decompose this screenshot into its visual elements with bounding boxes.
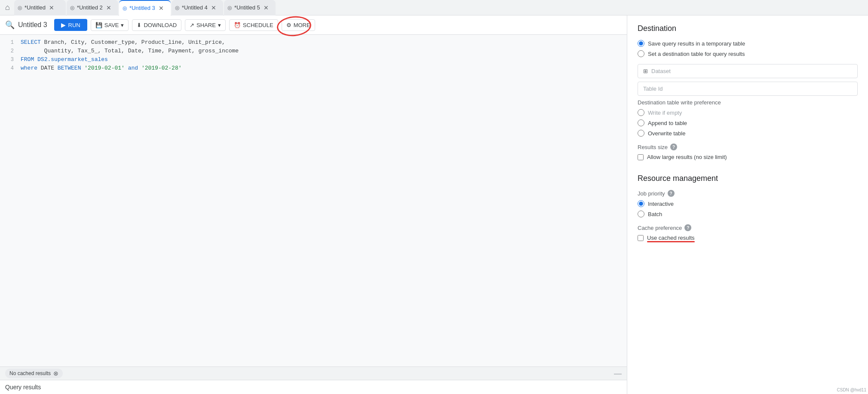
radio-overwrite[interactable]: Overwrite table <box>638 130 858 137</box>
radio-overwrite-input[interactable] <box>638 130 644 137</box>
more-button[interactable]: ⚙ MORE <box>282 19 315 31</box>
cache-pref-label: Cache preference <box>638 225 682 231</box>
radio-append-input[interactable] <box>638 119 644 126</box>
write-if-empty-label: Write if empty <box>648 110 682 116</box>
no-cache-close-icon[interactable]: ⊗ <box>53 370 58 377</box>
scroll-handle[interactable]: — <box>614 369 622 378</box>
no-cache-text: No cached results <box>9 370 51 376</box>
tab-close-1[interactable]: ✕ <box>48 4 55 11</box>
tab-untitled-3[interactable]: ◎ *Untitled 3 ✕ <box>119 0 171 15</box>
dataset-field[interactable]: ⊞ Dataset <box>638 64 858 78</box>
share-button[interactable]: ↗ SHARE ▾ <box>185 19 226 31</box>
allow-large-checkbox[interactable] <box>638 154 644 160</box>
cache-pref-help-icon[interactable]: ? <box>684 224 691 231</box>
resource-section: Resource management Job priority ? Inter… <box>638 174 858 241</box>
run-button[interactable]: ▶ RUN <box>54 19 87 31</box>
save-chevron-icon: ▾ <box>121 22 124 28</box>
tab-untitled-4[interactable]: ◎ *Untitled 4 ✕ <box>172 0 223 15</box>
write-pref-label-row: Destination table write preference <box>638 99 858 106</box>
save-icon: 💾 <box>95 22 102 28</box>
watermark: CSDN @hvd11 <box>837 388 866 392</box>
allow-large-results-item[interactable]: Allow large results (no size limit) <box>638 154 858 160</box>
gear-icon: ⚙ <box>286 22 291 28</box>
share-label: SHARE <box>196 22 216 28</box>
append-label: Append to table <box>648 120 687 126</box>
tab-close-5[interactable]: ✕ <box>263 4 270 11</box>
code-line-4: 4 where DATE BETWEEN '2019-02-01' and '2… <box>0 64 627 73</box>
run-label: RUN <box>68 22 80 28</box>
dataset-placeholder: Dataset <box>651 68 671 74</box>
line-number-4: 4 <box>3 64 14 73</box>
tab-icon-3: ◎ <box>123 5 127 11</box>
no-cache-badge: No cached results ⊗ <box>5 369 63 378</box>
resource-title: Resource management <box>638 174 858 183</box>
radio-interactive-input[interactable] <box>638 200 644 207</box>
code-line-2: 2 Quantity, Tax_5_, Total, Date, Time, P… <box>0 47 627 55</box>
overwrite-label: Overwrite table <box>648 130 685 137</box>
radio-dest-table[interactable]: Set a destination table for query result… <box>638 50 858 57</box>
search-icon: 🔍 <box>5 20 15 30</box>
table-id-placeholder: Table Id <box>643 86 663 92</box>
code-text-2: Quantity, Tax_5_, Total, Date, Time, Pay… <box>21 47 239 55</box>
tab-label-5: *Untitled 5 <box>234 4 260 11</box>
download-icon: ⬇ <box>137 22 141 28</box>
tab-untitled-2[interactable]: ◎ *Untitled 2 ✕ <box>67 0 118 15</box>
tab-icon-1: ◎ <box>18 5 22 11</box>
tab-icon-5: ◎ <box>227 5 232 11</box>
more-label: MORE <box>294 22 310 28</box>
use-cached-item[interactable]: Use cached results <box>638 235 858 241</box>
tab-label-1: *Untitled <box>25 4 46 11</box>
use-cached-checkbox[interactable] <box>638 235 644 241</box>
tab-close-2[interactable]: ✕ <box>105 4 112 11</box>
results-size-label: Results size <box>638 144 668 150</box>
page-title: Untitled 3 <box>18 21 47 29</box>
interactive-label: Interactive <box>648 201 674 207</box>
tab-untitled-1[interactable]: ◎ *Untitled ✕ <box>14 0 66 15</box>
code-text-1: SELECT Branch, City, Customer_type, Prod… <box>21 38 225 47</box>
job-priority-label: Job priority <box>638 190 665 197</box>
share-icon: ↗ <box>190 22 194 28</box>
job-priority-radio-group: Interactive Batch <box>638 200 858 217</box>
save-button[interactable]: 💾 SAVE ▾ <box>91 19 129 31</box>
tab-icon-4: ◎ <box>175 5 179 11</box>
left-panel: 🔍 Untitled 3 ▶ RUN 💾 SAVE ▾ ⬇ DOWNLOAD ↗… <box>0 15 627 394</box>
radio-append[interactable]: Append to table <box>638 119 858 126</box>
toolbar: 🔍 Untitled 3 ▶ RUN 💾 SAVE ▾ ⬇ DOWNLOAD ↗… <box>0 15 627 35</box>
job-priority-help-icon[interactable]: ? <box>668 190 675 197</box>
radio-dest-input[interactable] <box>638 50 644 57</box>
home-tab[interactable]: ⌂ <box>2 0 13 15</box>
save-label: SAVE <box>104 22 119 28</box>
tab-icon-2: ◎ <box>70 5 74 11</box>
code-line-3: 3 FROM DS2.supermarket_sales <box>0 55 627 64</box>
clock-icon: ⏰ <box>234 22 241 28</box>
radio-interactive[interactable]: Interactive <box>638 200 858 207</box>
table-id-field[interactable]: Table Id <box>638 82 858 96</box>
allow-large-label: Allow large results (no size limit) <box>647 154 727 160</box>
results-size-help-icon[interactable]: ? <box>670 144 677 150</box>
query-results-label: Query results <box>5 384 41 391</box>
line-number-1: 1 <box>3 38 14 47</box>
main-content: 🔍 Untitled 3 ▶ RUN 💾 SAVE ▾ ⬇ DOWNLOAD ↗… <box>0 15 868 394</box>
job-priority-row: Job priority ? <box>638 190 858 197</box>
code-text-3: FROM DS2.supermarket_sales <box>21 55 108 64</box>
download-label: DOWNLOAD <box>144 22 177 28</box>
tab-label-2: *Untitled 2 <box>77 4 103 11</box>
destination-title: Destination <box>638 24 858 33</box>
download-button[interactable]: ⬇ DOWNLOAD <box>132 19 181 31</box>
schedule-button[interactable]: ⏰ SCHEDULE <box>229 19 278 31</box>
line-number-3: 3 <box>3 55 14 64</box>
tab-close-3[interactable]: ✕ <box>158 5 165 12</box>
radio-batch[interactable]: Batch <box>638 211 858 217</box>
radio-temp-input[interactable] <box>638 40 644 47</box>
tab-label-4: *Untitled 4 <box>182 4 208 11</box>
schedule-label: SCHEDULE <box>243 22 273 28</box>
radio-write-empty[interactable]: Write if empty <box>638 109 858 116</box>
radio-batch-input[interactable] <box>638 211 644 217</box>
tab-untitled-5[interactable]: ◎ *Untitled 5 ✕ <box>224 0 276 15</box>
bottom-bar: No cached results ⊗ — <box>0 367 627 380</box>
radio-write-empty-input[interactable] <box>638 109 644 116</box>
radio-temp-table[interactable]: Save query results in a temporary table <box>638 40 858 47</box>
write-pref-label: Destination table write preference <box>638 99 721 106</box>
code-editor[interactable]: 1 SELECT Branch, City, Customer_type, Pr… <box>0 35 627 367</box>
tab-close-4[interactable]: ✕ <box>210 4 217 11</box>
